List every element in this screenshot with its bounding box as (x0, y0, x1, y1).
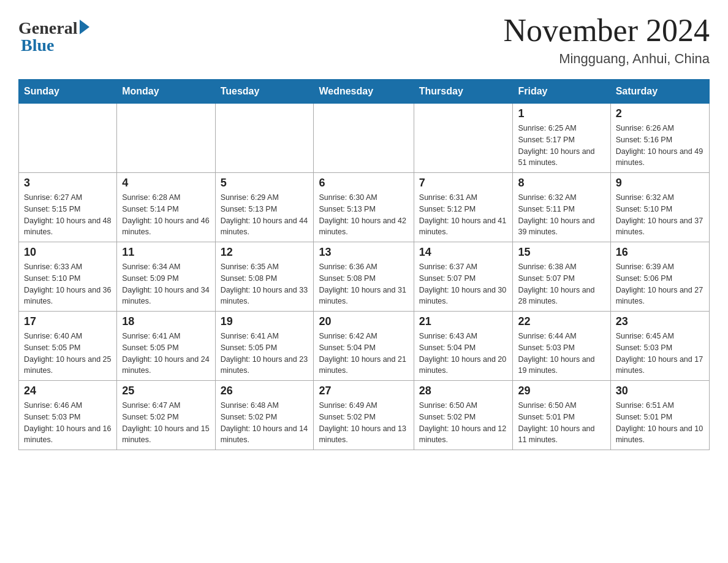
title-section: November 2024 Mingguang, Anhui, China (504, 12, 710, 67)
column-header-monday: Monday (117, 80, 215, 104)
calendar-cell: 12Sunrise: 6:35 AMSunset: 5:08 PMDayligh… (215, 242, 314, 312)
day-info: Sunrise: 6:44 AMSunset: 5:03 PMDaylight:… (518, 331, 605, 377)
calendar-cell: 15Sunrise: 6:38 AMSunset: 5:07 PMDayligh… (513, 242, 610, 312)
calendar-cell (314, 104, 414, 173)
day-number: 25 (122, 385, 210, 397)
calendar-week-row: 1Sunrise: 6:25 AMSunset: 5:17 PMDaylight… (19, 104, 710, 173)
day-number: 29 (518, 385, 605, 397)
calendar-cell: 13Sunrise: 6:36 AMSunset: 5:08 PMDayligh… (314, 242, 414, 312)
day-number: 6 (319, 177, 408, 190)
calendar-cell: 29Sunrise: 6:50 AMSunset: 5:01 PMDayligh… (513, 381, 610, 450)
calendar-cell: 16Sunrise: 6:39 AMSunset: 5:06 PMDayligh… (610, 242, 709, 312)
column-header-sunday: Sunday (19, 80, 117, 104)
day-info: Sunrise: 6:33 AMSunset: 5:10 PMDaylight:… (24, 261, 112, 307)
calendar-cell: 8Sunrise: 6:32 AMSunset: 5:11 PMDaylight… (513, 173, 610, 242)
month-year-title: November 2024 (504, 12, 710, 48)
day-info: Sunrise: 6:38 AMSunset: 5:07 PMDaylight:… (518, 261, 605, 307)
calendar-cell: 19Sunrise: 6:41 AMSunset: 5:05 PMDayligh… (215, 312, 314, 381)
day-info: Sunrise: 6:41 AMSunset: 5:05 PMDaylight:… (221, 331, 309, 377)
day-info: Sunrise: 6:28 AMSunset: 5:14 PMDaylight:… (122, 192, 210, 238)
calendar-cell (117, 104, 215, 173)
day-number: 11 (122, 246, 210, 259)
day-number: 14 (419, 246, 508, 259)
day-number: 26 (221, 385, 309, 397)
calendar-week-row: 17Sunrise: 6:40 AMSunset: 5:05 PMDayligh… (19, 312, 710, 381)
calendar-cell (414, 104, 513, 173)
day-info: Sunrise: 6:35 AMSunset: 5:08 PMDaylight:… (221, 261, 309, 307)
day-number: 22 (518, 315, 605, 328)
calendar-cell: 26Sunrise: 6:48 AMSunset: 5:02 PMDayligh… (215, 381, 314, 450)
calendar-cell: 9Sunrise: 6:32 AMSunset: 5:10 PMDaylight… (610, 173, 709, 242)
calendar-cell: 6Sunrise: 6:30 AMSunset: 5:13 PMDaylight… (314, 173, 414, 242)
day-number: 24 (24, 385, 112, 397)
day-info: Sunrise: 6:31 AMSunset: 5:12 PMDaylight:… (419, 192, 508, 238)
day-number: 12 (221, 246, 309, 259)
calendar-cell: 11Sunrise: 6:34 AMSunset: 5:09 PMDayligh… (117, 242, 215, 312)
day-number: 7 (419, 177, 508, 190)
day-number: 2 (616, 107, 704, 120)
page-header: General Blue November 2024 Mingguang, An… (18, 12, 710, 67)
day-number: 20 (319, 315, 408, 328)
calendar-cell: 22Sunrise: 6:44 AMSunset: 5:03 PMDayligh… (513, 312, 610, 381)
day-info: Sunrise: 6:46 AMSunset: 5:03 PMDaylight:… (24, 400, 112, 446)
day-number: 8 (518, 177, 605, 190)
day-info: Sunrise: 6:49 AMSunset: 5:02 PMDaylight:… (319, 400, 408, 446)
calendar-cell: 18Sunrise: 6:41 AMSunset: 5:05 PMDayligh… (117, 312, 215, 381)
day-number: 9 (616, 177, 704, 190)
logo-blue-text: Blue (18, 36, 89, 55)
column-header-friday: Friday (513, 80, 610, 104)
calendar-cell: 30Sunrise: 6:51 AMSunset: 5:01 PMDayligh… (610, 381, 709, 450)
day-info: Sunrise: 6:27 AMSunset: 5:15 PMDaylight:… (24, 192, 112, 238)
day-number: 30 (616, 385, 704, 397)
calendar-cell: 24Sunrise: 6:46 AMSunset: 5:03 PMDayligh… (19, 381, 117, 450)
calendar-cell: 2Sunrise: 6:26 AMSunset: 5:16 PMDaylight… (610, 104, 709, 173)
calendar-cell: 23Sunrise: 6:45 AMSunset: 5:03 PMDayligh… (610, 312, 709, 381)
day-number: 15 (518, 246, 605, 259)
calendar-week-row: 24Sunrise: 6:46 AMSunset: 5:03 PMDayligh… (19, 381, 710, 450)
day-info: Sunrise: 6:30 AMSunset: 5:13 PMDaylight:… (319, 192, 408, 238)
calendar-cell: 28Sunrise: 6:50 AMSunset: 5:02 PMDayligh… (414, 381, 513, 450)
calendar-cell: 7Sunrise: 6:31 AMSunset: 5:12 PMDaylight… (414, 173, 513, 242)
calendar-table: SundayMondayTuesdayWednesdayThursdayFrid… (18, 79, 710, 450)
column-header-wednesday: Wednesday (314, 80, 414, 104)
day-number: 18 (122, 315, 210, 328)
day-info: Sunrise: 6:25 AMSunset: 5:17 PMDaylight:… (518, 123, 605, 169)
day-info: Sunrise: 6:40 AMSunset: 5:05 PMDaylight:… (24, 331, 112, 377)
calendar-cell: 4Sunrise: 6:28 AMSunset: 5:14 PMDaylight… (117, 173, 215, 242)
calendar-cell: 20Sunrise: 6:42 AMSunset: 5:04 PMDayligh… (314, 312, 414, 381)
calendar-cell: 25Sunrise: 6:47 AMSunset: 5:02 PMDayligh… (117, 381, 215, 450)
day-number: 5 (221, 177, 309, 190)
day-info: Sunrise: 6:43 AMSunset: 5:04 PMDaylight:… (419, 331, 508, 377)
day-info: Sunrise: 6:50 AMSunset: 5:01 PMDaylight:… (518, 400, 605, 446)
calendar-cell: 21Sunrise: 6:43 AMSunset: 5:04 PMDayligh… (414, 312, 513, 381)
day-info: Sunrise: 6:29 AMSunset: 5:13 PMDaylight:… (221, 192, 309, 238)
calendar-cell: 10Sunrise: 6:33 AMSunset: 5:10 PMDayligh… (19, 242, 117, 312)
day-info: Sunrise: 6:26 AMSunset: 5:16 PMDaylight:… (616, 123, 704, 169)
day-number: 3 (24, 177, 112, 190)
calendar-week-row: 10Sunrise: 6:33 AMSunset: 5:10 PMDayligh… (19, 242, 710, 312)
calendar-cell: 27Sunrise: 6:49 AMSunset: 5:02 PMDayligh… (314, 381, 414, 450)
day-info: Sunrise: 6:32 AMSunset: 5:11 PMDaylight:… (518, 192, 605, 238)
location-subtitle: Mingguang, Anhui, China (504, 51, 710, 67)
calendar-cell: 1Sunrise: 6:25 AMSunset: 5:17 PMDaylight… (513, 104, 610, 173)
day-info: Sunrise: 6:47 AMSunset: 5:02 PMDaylight:… (122, 400, 210, 446)
day-number: 17 (24, 315, 112, 328)
calendar-header-row: SundayMondayTuesdayWednesdayThursdayFrid… (19, 80, 710, 104)
day-number: 28 (419, 385, 508, 397)
day-info: Sunrise: 6:50 AMSunset: 5:02 PMDaylight:… (419, 400, 508, 446)
day-info: Sunrise: 6:51 AMSunset: 5:01 PMDaylight:… (616, 400, 704, 446)
day-info: Sunrise: 6:41 AMSunset: 5:05 PMDaylight:… (122, 331, 210, 377)
day-number: 21 (419, 315, 508, 328)
day-info: Sunrise: 6:39 AMSunset: 5:06 PMDaylight:… (616, 261, 704, 307)
calendar-cell: 3Sunrise: 6:27 AMSunset: 5:15 PMDaylight… (19, 173, 117, 242)
calendar-cell (215, 104, 314, 173)
calendar-cell (19, 104, 117, 173)
logo: General Blue (18, 18, 89, 55)
day-number: 1 (518, 107, 605, 120)
calendar-cell: 5Sunrise: 6:29 AMSunset: 5:13 PMDaylight… (215, 173, 314, 242)
day-info: Sunrise: 6:48 AMSunset: 5:02 PMDaylight:… (221, 400, 309, 446)
day-info: Sunrise: 6:34 AMSunset: 5:09 PMDaylight:… (122, 261, 210, 307)
day-number: 19 (221, 315, 309, 328)
column-header-saturday: Saturday (610, 80, 709, 104)
day-number: 16 (616, 246, 704, 259)
